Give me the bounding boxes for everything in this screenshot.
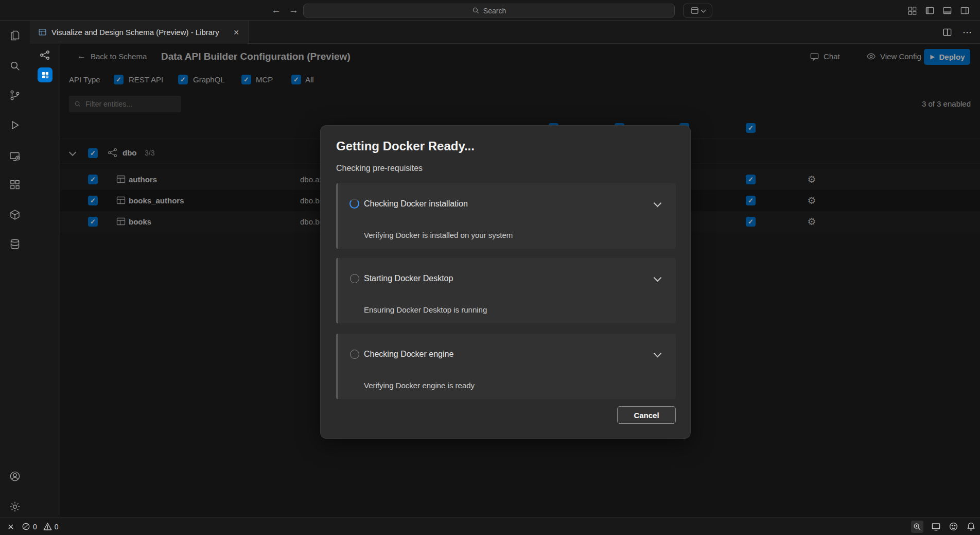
warning-triangle-icon [43, 522, 52, 531]
search-sidebar-icon[interactable] [9, 60, 21, 72]
vscode-window: ← → Search [0, 0, 980, 535]
status-bar: 0 0 [0, 517, 980, 535]
explorer-icon[interactable] [9, 29, 21, 42]
zoom-icon[interactable] [911, 521, 923, 533]
warning-count: 0 [55, 523, 59, 531]
search-placeholder: Search [483, 7, 506, 15]
arrow-right-icon: → [289, 5, 299, 16]
error-circle-icon [22, 522, 30, 531]
source-control-icon[interactable] [9, 89, 21, 101]
title-bar: ← → Search [0, 0, 980, 21]
arrow-left-icon: ← [271, 5, 281, 16]
step-docker-desktop[interactable]: Starting Docker Desktop Ensuring Docker … [336, 258, 676, 323]
screen-icon[interactable] [931, 522, 941, 531]
dab-configuration-page: ← Back to Schema Data API Builder Config… [60, 44, 980, 517]
tab-visualize-design-schema[interactable]: Visualize and Design Schema (Preview) - … [30, 21, 249, 44]
step-label: Checking Docker installation [364, 199, 468, 209]
more-actions-icon[interactable]: ⋯ [962, 27, 972, 38]
error-count: 0 [33, 523, 37, 531]
step-detail: Ensuring Docker Desktop is running [364, 305, 487, 314]
dialog-title: Getting Docker Ready... [336, 139, 475, 153]
account-icon[interactable] [9, 470, 21, 482]
close-icon: ✕ [233, 28, 239, 37]
chevron-down-icon[interactable] [654, 350, 662, 358]
step-docker-installation[interactable]: Checking Docker installation Verifying D… [336, 183, 676, 249]
tool-rail [30, 44, 60, 517]
chevron-down-icon[interactable] [654, 199, 662, 208]
problems-warnings[interactable]: 0 [43, 522, 59, 531]
customize-layout-icon[interactable] [907, 6, 917, 15]
cancel-label: Cancel [634, 411, 659, 420]
tab-close-button[interactable]: ✕ [231, 27, 242, 38]
nav-forward-button[interactable]: → [289, 0, 299, 21]
chevron-down-icon [701, 7, 706, 12]
step-docker-engine[interactable]: Checking Docker engine Verifying Docker … [336, 334, 676, 399]
toggle-sidebar-left-icon[interactable] [925, 6, 935, 15]
docker-ready-dialog: Getting Docker Ready... Checking pre-req… [320, 125, 691, 439]
schema-designer-icon[interactable] [39, 49, 50, 61]
step-detail: Verifying Docker is installed on your sy… [364, 231, 513, 239]
pending-circle-icon [350, 274, 359, 283]
feedback-smiley-icon[interactable] [949, 522, 958, 531]
search-command-center[interactable]: Search [303, 4, 675, 18]
split-editor-icon[interactable] [942, 27, 952, 37]
command-center-dropdown[interactable] [683, 4, 712, 18]
step-label: Checking Docker engine [364, 350, 453, 359]
toggle-panel-icon[interactable] [942, 6, 952, 15]
problems-errors[interactable]: 0 [22, 522, 37, 531]
extensions-icon[interactable] [9, 178, 21, 191]
dialog-subtitle: Checking pre-requisites [336, 164, 423, 173]
activity-bar [0, 21, 30, 517]
tab-title: Visualize and Design Schema (Preview) - … [51, 28, 219, 37]
settings-gear-icon[interactable] [9, 501, 21, 513]
toggle-sidebar-right-icon[interactable] [960, 6, 970, 15]
dab-config-tool-button[interactable] [38, 67, 52, 82]
schema-designer-tab-icon [38, 28, 47, 37]
bell-icon[interactable] [966, 522, 976, 531]
package-cube-icon[interactable] [9, 209, 21, 221]
step-label: Starting Docker Desktop [364, 274, 453, 283]
remote-explorer-icon[interactable] [9, 150, 21, 163]
database-icon[interactable] [9, 238, 21, 250]
search-icon [472, 7, 480, 14]
cancel-button[interactable]: Cancel [617, 406, 676, 424]
remote-indicator-icon[interactable] [6, 522, 15, 531]
pending-circle-icon [350, 350, 359, 359]
chevron-down-icon[interactable] [654, 274, 662, 282]
run-debug-icon[interactable] [9, 119, 21, 131]
editor-tab-bar: Visualize and Design Schema (Preview) - … [0, 21, 980, 44]
grid-gear-icon [41, 71, 50, 80]
loading-spinner-icon [349, 199, 359, 209]
window-icon [691, 7, 698, 14]
step-detail: Verifying Docker engine is ready [364, 381, 475, 390]
nav-back-button[interactable]: ← [271, 0, 281, 21]
